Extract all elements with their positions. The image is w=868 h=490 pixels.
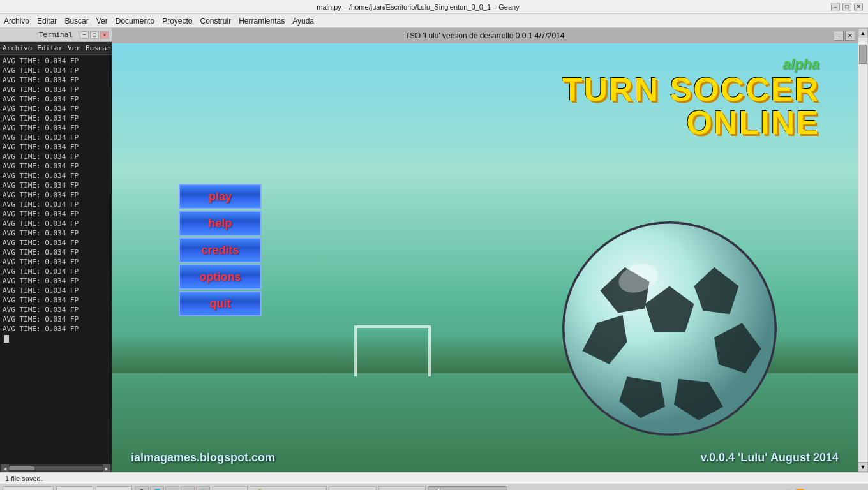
scroll-left-arrow[interactable]: ◀ xyxy=(1,464,9,472)
credits-button[interactable]: credits xyxy=(179,237,262,263)
terminal-line: AVG TIME: 0.034 FP xyxy=(3,257,109,267)
terminal-cursor xyxy=(4,335,9,343)
game-close-button[interactable]: ✕ xyxy=(845,31,855,41)
menu-documento[interactable]: Documento xyxy=(116,17,154,26)
terminal-line: AVG TIME: 0.034 FP xyxy=(3,75,109,85)
terminal-menubar: Archivo Editar Ver Buscar Terminal Ayuda xyxy=(0,42,112,55)
menu-herramientas[interactable]: Herramientas xyxy=(239,17,285,26)
terminal-line: AVG TIME: 0.034 FP xyxy=(3,209,109,219)
terminal-line: AVG TIME: 0.034 FP xyxy=(3,276,109,286)
turn-soccer-text: TURN SOCCER xyxy=(562,73,819,106)
taskbar-icon-4[interactable]: ⚙ xyxy=(181,486,195,491)
term-menu-ver[interactable]: Ver xyxy=(68,44,80,52)
terminal-line: AVG TIME: 0.034 FP xyxy=(3,248,109,257)
game-window: TSO 'Lulu' version de desarrollo 0.0.1 4… xyxy=(112,28,858,472)
term-menu-buscar[interactable]: Buscar xyxy=(86,44,111,52)
terminal-line: AVG TIME: 0.034 FP xyxy=(3,94,109,104)
terminal-line: AVG TIME: 0.034 FP xyxy=(3,238,109,248)
terminal-line: AVG TIME: 0.034 FP xyxy=(3,152,109,161)
menu-construir[interactable]: Construir xyxy=(200,17,231,26)
terminal-maximize-button[interactable]: □ xyxy=(90,31,99,39)
terminal-content: AVG TIME: 0.034 FPAVG TIME: 0.034 FPAVG … xyxy=(0,55,112,464)
taskbar-app-menus[interactable]: menus xyxy=(213,486,248,491)
menu-ver[interactable]: Ver xyxy=(96,17,108,26)
terminal-scrollbar[interactable]: ◀ ▶ xyxy=(0,464,112,472)
terminal-titlebar: Terminal – □ ✕ xyxy=(0,28,112,42)
scroll-thumb[interactable] xyxy=(9,466,34,470)
taskbar-lugares[interactable]: Lugares xyxy=(56,486,93,491)
terminal-cursor-line xyxy=(3,334,109,343)
geany-title: main.py – /home/juan/Escritorio/Lulu_Sin… xyxy=(5,3,831,11)
menu-buscar[interactable]: Buscar xyxy=(64,17,88,26)
terminal-line: AVG TIME: 0.034 FP xyxy=(3,123,109,133)
terminal-line: AVG TIME: 0.034 FP xyxy=(3,161,109,171)
taskbar-app-terminal2[interactable]: ▶ Terminal xyxy=(378,486,426,491)
terminal-line: AVG TIME: 0.034 FP xyxy=(3,295,109,305)
terminal-line: AVG TIME: 0.034 FP xyxy=(3,286,109,295)
game-canvas: alpha TURN SOCCER ONLINE play help credi… xyxy=(112,43,858,472)
terminal-line: AVG TIME: 0.034 FP xyxy=(3,181,109,190)
terminal-title: Terminal xyxy=(39,31,73,39)
taskbar-icon-5[interactable]: 📋 xyxy=(196,486,210,491)
terminal-line: AVG TIME: 0.034 FP xyxy=(3,104,109,114)
taskbar-app-tso[interactable]: ⚽ TSO 'Lulu' versi... xyxy=(428,486,507,491)
status-message: 1 file saved. xyxy=(5,475,43,482)
scroll-track[interactable] xyxy=(9,466,103,470)
menu-archivo[interactable]: Archivo xyxy=(4,17,29,26)
status-bar: 1 file saved. xyxy=(0,472,868,484)
scroll-down-arrow[interactable]: ▼ xyxy=(858,462,868,472)
term-menu-archivo[interactable]: Archivo xyxy=(3,44,32,52)
maximize-button[interactable]: □ xyxy=(842,3,851,11)
taskbar-icon-2[interactable]: 🌐 xyxy=(150,486,164,491)
terminal-minimize-button[interactable]: – xyxy=(80,31,89,39)
geany-titlebar: main.py – /home/juan/Escritorio/Lulu_Sin… xyxy=(0,0,868,14)
minimize-button[interactable]: – xyxy=(831,3,840,11)
terminal-line: AVG TIME: 0.034 FP xyxy=(3,133,109,142)
taskbar-app-mainpy[interactable]: 🐍 main.py - /hom... xyxy=(250,486,327,491)
help-button[interactable]: help xyxy=(179,211,262,236)
terminal-close-button[interactable]: ✕ xyxy=(100,31,109,39)
scroll-vertical-track[interactable] xyxy=(858,38,867,462)
scroll-vertical-thumb[interactable] xyxy=(859,45,867,64)
taskbar-app-terminal1[interactable]: ▶ Terminal xyxy=(329,486,376,491)
taskbar: Aplicaciones Lugares Sistema 🐧 🌐 📁 ⚙ 📋 m… xyxy=(0,484,868,490)
scroll-up-arrow[interactable]: ▲ xyxy=(858,28,868,38)
version-label: v.0.0.4 'Lulu' August 2014 xyxy=(700,451,839,464)
terminal-line: AVG TIME: 0.034 FP xyxy=(3,219,109,228)
menu-buttons: play help credits options quit xyxy=(179,184,262,316)
taskbar-aplicaciones[interactable]: Aplicaciones xyxy=(3,486,54,491)
terminal-line: AVG TIME: 0.034 FP xyxy=(3,324,109,334)
quit-button[interactable]: quit xyxy=(179,291,262,316)
game-titlebar: TSO 'Lulu' version de desarrollo 0.0.1 4… xyxy=(112,28,858,43)
menu-editar[interactable]: Editar xyxy=(37,17,57,26)
play-button[interactable]: play xyxy=(179,184,262,209)
scroll-right-arrow[interactable]: ▶ xyxy=(103,464,110,472)
goal-post xyxy=(354,325,431,376)
menu-proyecto[interactable]: Proyecto xyxy=(162,17,192,26)
terminal-line: AVG TIME: 0.034 FP xyxy=(3,305,109,315)
taskbar-sistema[interactable]: Sistema xyxy=(96,486,133,491)
terminal-line: AVG TIME: 0.034 FP xyxy=(3,171,109,181)
terminal-line: AVG TIME: 0.034 FP xyxy=(3,85,109,94)
terminal-line: AVG TIME: 0.034 FP xyxy=(3,114,109,123)
terminal-line: AVG TIME: 0.034 FP xyxy=(3,190,109,200)
terminal-line: AVG TIME: 0.034 FP xyxy=(3,66,109,75)
taskbar-icon-1[interactable]: 🐧 xyxy=(135,486,149,491)
term-menu-editar[interactable]: Editar xyxy=(37,44,63,52)
game-title-area: alpha TURN SOCCER ONLINE xyxy=(562,56,819,139)
soccer-ball xyxy=(558,217,781,440)
options-button[interactable]: options xyxy=(179,264,262,290)
terminal-line: AVG TIME: 0.034 FP xyxy=(3,142,109,152)
terminal-line: AVG TIME: 0.034 FP xyxy=(3,315,109,324)
website-label: ialmagames.blogspot.com xyxy=(131,451,275,464)
game-minimize-button[interactable]: – xyxy=(834,31,844,41)
close-button[interactable]: ✕ xyxy=(854,3,863,11)
taskbar-icon-3[interactable]: 📁 xyxy=(165,486,179,491)
menu-ayuda[interactable]: Ayuda xyxy=(292,17,314,26)
game-window-title: TSO 'Lulu' version de desarrollo 0.0.1 4… xyxy=(405,31,564,40)
terminal-line: AVG TIME: 0.034 FP xyxy=(3,228,109,238)
geany-menubar: Archivo Editar Buscar Ver Documento Proy… xyxy=(0,14,868,28)
right-scrollbar[interactable]: ▲ ▼ xyxy=(858,28,868,472)
left-panel: Terminal – □ ✕ Archivo Editar Ver Buscar… xyxy=(0,28,112,472)
terminal-line: AVG TIME: 0.034 FP xyxy=(3,56,109,66)
